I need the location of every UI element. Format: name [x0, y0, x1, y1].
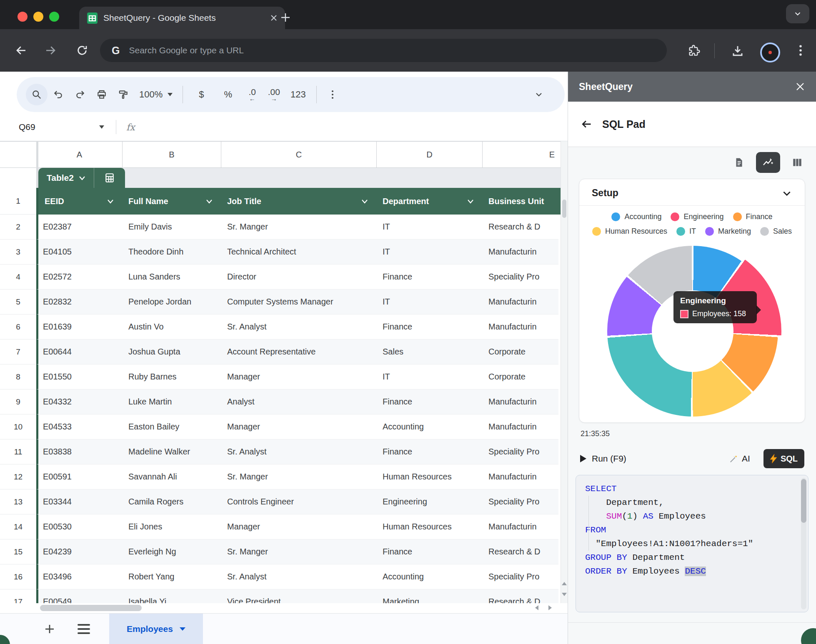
row-number-7[interactable]: 7 — [0, 339, 36, 364]
cell[interactable]: Sr. Analyst — [221, 564, 376, 589]
cell[interactable]: Finance — [376, 315, 482, 339]
cell[interactable]: Speciality Pro — [482, 564, 558, 589]
scroll-down-arrow-icon[interactable] — [562, 593, 567, 596]
table-range-icon[interactable] — [94, 168, 125, 188]
cell[interactable]: Manager — [221, 514, 376, 539]
table-header-job-title[interactable]: Job Title — [221, 188, 376, 215]
sidebar-close-icon[interactable] — [795, 82, 805, 92]
table-name-chip[interactable]: Table2 — [38, 168, 125, 188]
cell[interactable]: Technical Architect — [221, 240, 376, 265]
format-currency-button[interactable]: $ — [188, 84, 215, 105]
cell[interactable]: Camila Rogers — [122, 489, 221, 514]
profile-avatar[interactable] — [760, 42, 780, 62]
cell[interactable]: E03496 — [36, 564, 122, 589]
cell[interactable]: Computer Systems Manager — [221, 290, 376, 315]
cell[interactable]: Ruby Barnes — [122, 364, 221, 389]
cell[interactable]: Finance — [376, 539, 482, 564]
cell[interactable]: Research & D — [482, 539, 558, 564]
cell[interactable]: Isabella Yi — [122, 589, 221, 603]
row-number-2[interactable]: 2 — [0, 215, 36, 240]
results-view-icon[interactable] — [733, 157, 744, 168]
redo-icon[interactable] — [69, 84, 91, 105]
row-number-1[interactable]: 1 — [0, 188, 36, 215]
cell[interactable]: E03344 — [36, 489, 122, 514]
table-view-icon[interactable] — [792, 157, 803, 168]
cell[interactable]: Speciality Pro — [482, 489, 558, 514]
cell[interactable]: Manager — [221, 414, 376, 439]
cell[interactable]: IT — [376, 290, 482, 315]
editor-scrollbar-thumb[interactable] — [801, 479, 806, 523]
undo-icon[interactable] — [48, 84, 69, 105]
cell[interactable]: Research & D — [482, 215, 558, 240]
cell[interactable]: Sr. Analyst — [221, 315, 376, 339]
cell[interactable]: E00644 — [36, 339, 122, 364]
cell[interactable]: Eli Jones — [122, 514, 221, 539]
tab-close-icon[interactable] — [270, 14, 278, 22]
sheet-tab-menu-icon[interactable] — [180, 627, 185, 631]
new-tab-button[interactable] — [280, 12, 291, 23]
extensions-icon[interactable] — [687, 44, 700, 57]
scroll-up-arrow-icon[interactable] — [562, 582, 567, 585]
table-header-eeid[interactable]: EEID — [36, 188, 122, 215]
row-number-6[interactable]: 6 — [0, 315, 36, 339]
row-number-13[interactable]: 13 — [0, 489, 36, 514]
cell[interactable]: Accounting — [376, 564, 482, 589]
cell[interactable]: Account Representative — [221, 339, 376, 364]
cell[interactable]: Sales — [376, 339, 482, 364]
donut-chart[interactable] — [607, 246, 778, 417]
cell[interactable]: Sr. Analyst — [221, 439, 376, 464]
cell[interactable]: Manager — [221, 364, 376, 389]
cell[interactable]: Luke Martin — [122, 389, 221, 414]
cell[interactable]: E01639 — [36, 315, 122, 339]
column-header-e[interactable]: E — [482, 142, 561, 167]
column-header-d[interactable]: D — [376, 142, 482, 167]
zoom-select[interactable]: 100% — [134, 89, 178, 100]
row-number-3[interactable]: 3 — [0, 240, 36, 265]
horizontal-scrollbar-thumb[interactable] — [40, 605, 142, 611]
scroll-left-arrow-icon[interactable] — [535, 605, 538, 610]
format-percent-button[interactable]: % — [215, 84, 241, 105]
run-button[interactable]: Run (F9) — [592, 454, 626, 464]
cell[interactable]: Emily Davis — [122, 215, 221, 240]
back-icon[interactable] — [15, 44, 28, 57]
cell[interactable]: E00591 — [36, 464, 122, 489]
cell[interactable]: Engineering — [376, 489, 482, 514]
toolbar-more-kebab-icon[interactable] — [322, 84, 343, 105]
all-sheets-menu-icon[interactable] — [78, 624, 90, 634]
number-format-button[interactable]: 123 — [285, 84, 311, 105]
name-box[interactable]: Q69 — [0, 122, 116, 132]
legend-item-marketing[interactable]: Marketing — [705, 227, 751, 236]
legend-item-finance[interactable]: Finance — [733, 212, 773, 221]
cell[interactable]: IT — [376, 215, 482, 240]
maximize-window-button[interactable] — [49, 12, 59, 22]
row-number-17[interactable]: 17 — [0, 589, 36, 603]
cell[interactable]: Speciality Pro — [482, 439, 558, 464]
row-number-10[interactable]: 10 — [0, 414, 36, 439]
cell[interactable]: Corporate — [482, 364, 558, 389]
cell[interactable]: E02572 — [36, 265, 122, 290]
scroll-right-arrow-icon[interactable] — [548, 605, 552, 610]
cell[interactable]: Manufacturin — [482, 414, 558, 439]
close-window-button[interactable] — [18, 12, 28, 22]
cell[interactable]: Savannah Ali — [122, 464, 221, 489]
sheet-tab-employees[interactable]: Employees — [109, 614, 203, 644]
vertical-scrollbar-thumb[interactable] — [562, 200, 566, 218]
cell[interactable]: E03838 — [36, 439, 122, 464]
horizontal-scrollbar[interactable] — [0, 603, 561, 613]
paint-format-icon[interactable] — [113, 84, 134, 105]
chart-view-button-selected[interactable] — [756, 152, 780, 173]
column-header-a[interactable]: A — [36, 142, 122, 167]
browser-tab[interactable]: SheetQuery - Google Sheets — [79, 7, 285, 29]
column-filter-chevron-icon[interactable] — [206, 199, 213, 204]
cell[interactable]: IT — [376, 240, 482, 265]
cell[interactable]: E02832 — [36, 290, 122, 315]
row-number-15[interactable]: 15 — [0, 539, 36, 564]
cell[interactable]: Accounting — [376, 414, 482, 439]
row-number-14[interactable]: 14 — [0, 514, 36, 539]
cell[interactable]: E00549 — [36, 589, 122, 603]
row-number-4[interactable]: 4 — [0, 265, 36, 290]
cell[interactable]: Manufacturin — [482, 290, 558, 315]
row-number-12[interactable]: 12 — [0, 464, 36, 489]
cell[interactable]: Analyst — [221, 389, 376, 414]
toolbar-collapse-chevron-icon[interactable] — [534, 90, 544, 100]
